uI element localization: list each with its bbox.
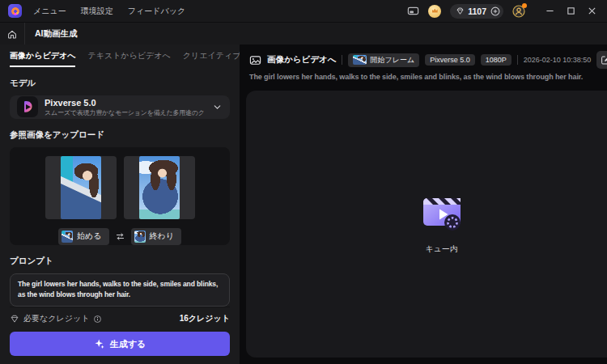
start-frame-tag-label: 開始フレーム <box>370 55 414 66</box>
end-frame-image <box>139 156 180 219</box>
add-credits-icon[interactable] <box>490 6 501 17</box>
tab-text-to-video[interactable]: テキストからビデオへ <box>87 50 170 67</box>
start-frame-mini-thumb <box>62 231 73 243</box>
sparkle-icon <box>94 338 105 349</box>
generate-button[interactable]: 生成する <box>10 332 230 356</box>
reference-upload-box: 始める 終わり <box>10 147 230 245</box>
home-button[interactable] <box>0 23 25 44</box>
divider <box>342 55 342 65</box>
menu-item-menu[interactable]: メニュー <box>33 6 66 17</box>
end-frame-mini-thumb <box>134 231 146 243</box>
menu-item-feedback[interactable]: フィードバック <box>128 6 185 17</box>
task-timestamp: 2026-02-10 10:38:50 <box>524 56 592 64</box>
navbar: AI動画生成 <box>0 22 607 44</box>
gem-icon <box>456 6 465 15</box>
edit-task-button[interactable] <box>596 51 607 69</box>
queue-status-label: キュー内 <box>425 243 457 255</box>
generate-label: 生成する <box>110 338 146 350</box>
reference-section-label: 参照画像をアップロード <box>10 129 230 141</box>
mode-tabs: 画像からビデオへ テキストからビデオへ クリエイティブエフェクト <box>10 50 230 67</box>
divider <box>517 55 518 65</box>
chevron-down-icon <box>212 102 223 112</box>
membership-avatar-icon[interactable] <box>428 5 441 18</box>
model-select[interactable]: Pixverse 5.0 スムーズで表現力豊かなモーションを備えた多用途のクリエ… <box>10 95 230 119</box>
gem-icon <box>10 314 19 324</box>
maximize-button[interactable] <box>562 3 579 19</box>
minimize-button[interactable] <box>541 3 558 19</box>
video-queue-icon <box>418 194 465 233</box>
mini-window-icon[interactable] <box>407 5 419 17</box>
model-name: Pixverse 5.0 <box>45 97 206 108</box>
required-credits-value: 16クレジット <box>180 313 230 324</box>
credits-count: 1107 <box>468 6 486 16</box>
start-frame-label: 始める <box>77 231 101 242</box>
start-frame-image <box>61 156 101 219</box>
edit-icon <box>601 55 607 66</box>
page-title: AI動画生成 <box>35 28 78 40</box>
home-icon <box>6 28 18 40</box>
end-frame-thumbnail[interactable] <box>124 156 195 219</box>
model-tag: Pixverse 5.0 <box>425 54 475 66</box>
required-credits-label: 必要なクレジット <box>23 313 89 324</box>
task-prompt-row: The girl lowers her hands, walks to the … <box>249 73 607 83</box>
pixverse-model-icon <box>17 96 38 117</box>
start-frame-tag: 開始フレーム <box>348 53 419 67</box>
start-frame-thumbnail[interactable] <box>45 156 117 219</box>
titlebar: メニュー 環境設定 フィードバック 1107 <box>0 0 607 22</box>
task-prompt: The girl lowers her hands, walks to the … <box>249 73 583 81</box>
end-frame-button[interactable]: 終わり <box>131 228 181 245</box>
model-description: スムーズで表現力豊かなモーションを備えた多用途のクリエイティブ生成モデル。 <box>45 108 206 117</box>
model-section-label: モデル <box>10 78 230 89</box>
menu-item-settings[interactable]: 環境設定 <box>81 6 113 17</box>
info-icon[interactable] <box>93 315 102 324</box>
queue-status-box: キュー内 <box>246 91 607 358</box>
notification-badge <box>522 3 527 8</box>
end-frame-label: 終わり <box>150 231 174 242</box>
image-to-video-icon <box>249 54 261 66</box>
close-button[interactable] <box>583 3 601 19</box>
left-panel-footer: 必要なクレジット 16クレジット 生成する <box>10 307 230 364</box>
menu-bar: メニュー 環境設定 フィードバック <box>33 6 185 17</box>
swap-frames-icon[interactable] <box>115 231 125 242</box>
tab-image-to-video[interactable]: 画像からビデオへ <box>10 50 75 67</box>
start-frame-tag-thumb <box>353 55 367 65</box>
generation-settings-panel: 画像からビデオへ テキストからビデオへ クリエイティブエフェクト モデル Pix… <box>0 44 240 364</box>
app-window: メニュー 環境設定 フィードバック 1107 <box>0 0 607 364</box>
app-logo-icon <box>8 4 22 18</box>
task-title: 画像からビデオへ <box>267 54 336 66</box>
task-header: 画像からビデオへ 開始フレーム Pixverse 5.0 1080P 2026-… <box>249 52 607 68</box>
prompt-section-label: プロンプト <box>10 256 230 267</box>
task-panel: 画像からビデオへ 開始フレーム Pixverse 5.0 1080P 2026-… <box>240 44 607 364</box>
credits-pill[interactable]: 1107 <box>450 4 503 19</box>
prompt-input[interactable]: The girl lowers her hands, walks to the … <box>10 273 230 307</box>
resolution-tag: 1080P <box>481 54 511 66</box>
account-avatar-icon[interactable] <box>512 5 525 18</box>
start-frame-button[interactable]: 始める <box>58 228 108 245</box>
